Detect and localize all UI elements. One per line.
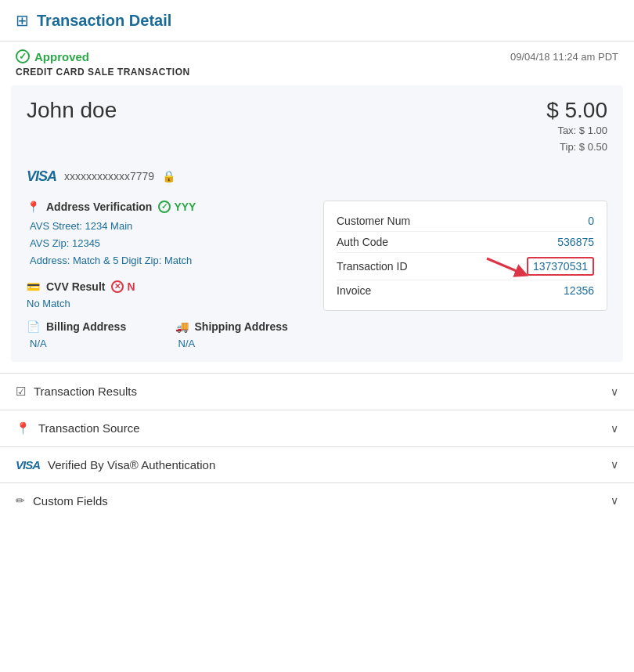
custom-fields-label: Custom Fields	[33, 494, 108, 508]
transaction-type: CREDIT CARD SALE TRANSACTION	[0, 67, 634, 85]
auth-code-row: Auth Code 536875	[337, 232, 594, 253]
collapsible-section-3: ✏ Custom Fields ∨	[0, 482, 634, 518]
shipping-value: N/A	[175, 338, 312, 349]
collapsible-section-0: ☑ Transaction Results ∨	[0, 373, 634, 410]
collapsible-section-2: VISA Verified By Visa® Authentication ∨	[0, 446, 634, 482]
cvv-label: CVV Result	[46, 280, 105, 293]
cvv-block: 💳 CVV Result ✕ N No Match	[27, 280, 311, 309]
address-verification-block: 📍 Address Verification ✓ YYY AVS Street:…	[27, 201, 311, 269]
check-icon: ✓	[16, 49, 30, 63]
billing-section: 📄 Billing Address N/A	[27, 320, 163, 349]
cvv-icon: 💳	[27, 280, 40, 293]
chevron-down-icon-3: ∨	[611, 494, 618, 507]
red-arrow-icon	[483, 255, 530, 278]
billing-label: Billing Address	[46, 320, 126, 333]
approved-label: Approved	[34, 50, 89, 63]
checkbox-icon: ☑	[16, 385, 26, 399]
source-pin-icon: 📍	[16, 421, 31, 435]
info-card: Customer Num 0 Auth Code 536875 Transact…	[323, 201, 607, 311]
auth-code-label: Auth Code	[337, 236, 388, 248]
chevron-down-icon-0: ∨	[611, 385, 618, 398]
pin-icon: 📍	[27, 201, 40, 213]
avs-zip: AVS Zip: 12345	[30, 235, 311, 252]
invoice-label: Invoice	[337, 284, 371, 297]
collapsible-left-2: VISA Verified By Visa® Authentication	[16, 458, 215, 471]
avs-details: AVS Street: 1234 Main AVS Zip: 12345 Add…	[27, 218, 311, 269]
transaction-results-header[interactable]: ☑ Transaction Results ∨	[0, 374, 634, 410]
avs-street: AVS Street: 1234 Main	[30, 218, 311, 235]
customer-num-value: 0	[588, 215, 594, 227]
status-datetime: 09/04/18 11:24 am PDT	[510, 51, 618, 63]
shipping-icon: 🚚	[175, 320, 189, 333]
cvv-header: 💳 CVV Result ✕ N	[27, 280, 311, 293]
invoice-row: Invoice 12356	[337, 280, 594, 301]
cvv-badge: ✕ N	[111, 280, 135, 293]
customer-num-label: Customer Num	[337, 215, 410, 227]
chevron-down-icon-1: ∨	[611, 422, 618, 435]
custom-fields-header[interactable]: ✏ Custom Fields ∨	[0, 483, 634, 518]
amount-details: Tax: $ 1.00 Tip: $ 0.50	[546, 123, 607, 156]
amount-section: $ 5.00 Tax: $ 1.00 Tip: $ 0.50	[546, 98, 607, 156]
lock-icon: 🔒	[162, 170, 175, 182]
status-bar: ✓ Approved 09/04/18 11:24 am PDT	[0, 42, 634, 67]
visa-col-icon: VISA	[16, 458, 40, 471]
transaction-source-label: Transaction Source	[38, 421, 140, 435]
page-header: ⊞ Transaction Detail	[0, 0, 634, 42]
customer-num-row: Customer Num 0	[337, 211, 594, 232]
visa-section: VISA xxxxxxxxxxxx7779 🔒	[27, 164, 607, 190]
card-number: xxxxxxxxxxxx7779	[64, 170, 154, 182]
chevron-down-icon-2: ∨	[611, 458, 618, 471]
address-verification-header: 📍 Address Verification ✓ YYY	[27, 201, 311, 213]
transaction-id-row: Transaction ID 137	[337, 253, 594, 280]
pencil-icon: ✏	[16, 494, 25, 507]
address-match: Address: Match & 5 Digit Zip: Match	[30, 252, 311, 269]
avs-badge-value: YYY	[174, 201, 196, 213]
collapsible-left-0: ☑ Transaction Results	[16, 385, 137, 399]
transaction-results-label: Transaction Results	[34, 385, 137, 398]
right-col: Customer Num 0 Auth Code 536875 Transact…	[323, 201, 607, 349]
address-verification-label: Address Verification	[46, 201, 152, 213]
shipping-label: Shipping Address	[195, 320, 288, 333]
left-col: 📍 Address Verification ✓ YYY AVS Street:…	[27, 201, 311, 349]
shipping-header: 🚚 Shipping Address	[175, 320, 312, 333]
tax-amount: Tax: $ 1.00	[546, 123, 607, 139]
shipping-section: 🚚 Shipping Address N/A	[175, 320, 312, 349]
billing-icon: 📄	[27, 320, 40, 333]
approved-status: ✓ Approved	[16, 49, 89, 63]
transaction-id-value: 137370531	[527, 257, 594, 276]
customer-top: John doe $ 5.00 Tax: $ 1.00 Tip: $ 0.50	[27, 98, 607, 156]
customer-card: John doe $ 5.00 Tax: $ 1.00 Tip: $ 0.50 …	[11, 85, 623, 362]
main-content: ✓ Approved 09/04/18 11:24 am PDT CREDIT …	[0, 42, 634, 518]
page-title: Transaction Detail	[37, 12, 171, 30]
transaction-source-header[interactable]: 📍 Transaction Source ∨	[0, 410, 634, 446]
avs-badge: ✓ YYY	[158, 201, 196, 213]
billing-shipping: 📄 Billing Address N/A 🚚 Shipping Address…	[27, 320, 311, 349]
billing-value: N/A	[27, 338, 163, 349]
avs-check-circle: ✓	[158, 201, 171, 213]
grid-icon: ⊞	[16, 11, 29, 30]
collapsible-left-3: ✏ Custom Fields	[16, 494, 108, 508]
visa-auth-label: Verified By Visa® Authentication	[48, 458, 215, 471]
visa-auth-header[interactable]: VISA Verified By Visa® Authentication ∨	[0, 447, 634, 482]
amount-total: $ 5.00	[546, 98, 607, 123]
billing-header: 📄 Billing Address	[27, 320, 163, 333]
customer-name: John doe	[27, 98, 117, 123]
transaction-id-label: Transaction ID	[337, 260, 408, 273]
cvv-result: N	[127, 280, 135, 293]
invoice-value: 12356	[564, 284, 594, 297]
visa-logo: VISA	[27, 168, 56, 185]
cvv-no-match: No Match	[27, 298, 311, 309]
auth-code-value: 536875	[557, 236, 594, 248]
tip-amount: Tip: $ 0.50	[546, 139, 607, 156]
collapsible-section-1: 📍 Transaction Source ∨	[0, 410, 634, 446]
cvv-x-circle: ✕	[111, 280, 124, 293]
collapsible-left-1: 📍 Transaction Source	[16, 421, 140, 435]
two-col: 📍 Address Verification ✓ YYY AVS Street:…	[27, 201, 607, 349]
